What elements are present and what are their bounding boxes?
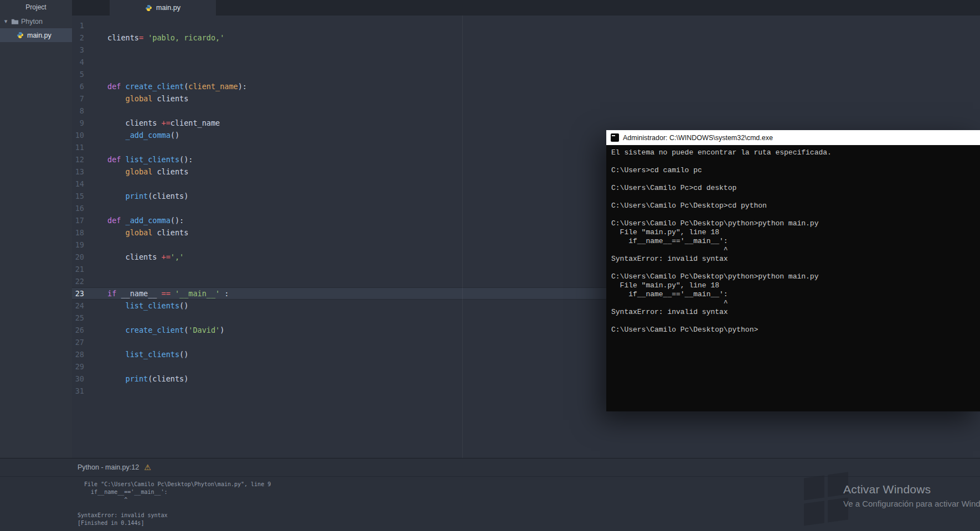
code-line-4[interactable]: 4: [72, 56, 980, 68]
sidebar-item-file-mainpy[interactable]: main.py: [0, 28, 72, 42]
line-number: 24: [72, 300, 107, 312]
terminal-line: ^: [611, 299, 975, 308]
line-number: 4: [72, 56, 107, 68]
file-label: main.py: [27, 32, 51, 39]
tab-label: main.py: [156, 4, 180, 12]
activate-windows-subtitle: Ve a Configuración para activar Windo: [843, 499, 980, 508]
cmd-window: Administrador: C:\WINDOWS\system32\cmd.e…: [606, 130, 980, 411]
terminal-line: ^: [611, 246, 975, 255]
line-number: 17: [72, 214, 107, 226]
code-line-text: def create_client(client_name):: [107, 80, 980, 92]
terminal-line: C:\Users>cd camilo pc: [611, 166, 975, 175]
line-number: 12: [72, 153, 107, 166]
line-number: 3: [72, 44, 107, 56]
cmd-titlebar[interactable]: Administrador: C:\WINDOWS\system32\cmd.e…: [606, 130, 980, 145]
code-line-text: [107, 68, 980, 80]
line-number: 22: [72, 275, 107, 287]
terminal-line: [611, 157, 975, 166]
code-line-8[interactable]: 8: [72, 105, 980, 117]
activate-windows-title: Activar Windows: [843, 483, 931, 496]
line-number: 2: [72, 32, 107, 44]
line-number: 26: [72, 324, 107, 336]
tab-bar: main.py: [72, 0, 980, 16]
terminal-line: SyntaxError: invalid syntax: [611, 308, 975, 317]
line-number: 25: [72, 312, 107, 324]
code-line-text: clients= 'pablo, ricardo,': [107, 32, 980, 44]
line-number: 8: [72, 105, 107, 117]
editor-window: Project ▾ Phyton main.py: [0, 0, 980, 531]
line-number: 13: [72, 166, 107, 178]
terminal-line: File "main.py", line 18: [611, 228, 975, 237]
code-line-text: clients +=client_name: [107, 117, 980, 129]
terminal-line: SyntaxError: invalid syntax: [611, 255, 975, 264]
code-line-9[interactable]: 9 clients +=client_name: [72, 117, 980, 129]
line-number: 27: [72, 336, 107, 348]
code-line-5[interactable]: 5: [72, 68, 980, 80]
code-line-text: [107, 105, 980, 117]
terminal-line: [611, 264, 975, 272]
line-number: 7: [72, 92, 107, 105]
line-number: 15: [72, 190, 107, 202]
terminal-line: C:\Users\Camilo Pc\Desktop\python>python…: [611, 272, 975, 281]
terminal-line: [611, 210, 975, 219]
code-line-text: [107, 44, 980, 56]
line-number: 9: [72, 117, 107, 129]
terminal-line: El sistema no puede encontrar la ruta es…: [611, 148, 975, 157]
line-number: 23: [72, 287, 107, 300]
code-line-1[interactable]: 1: [72, 19, 980, 32]
line-number: 21: [72, 263, 107, 275]
folder-icon: [11, 18, 19, 25]
build-status-text: Python - main.py:12: [78, 463, 139, 471]
line-number: 14: [72, 178, 107, 190]
sidebar: Project ▾ Phyton main.py: [0, 0, 72, 458]
terminal-line: [611, 193, 975, 202]
line-number: 29: [72, 360, 107, 373]
line-number: 20: [72, 251, 107, 263]
line-number: 5: [72, 68, 107, 80]
line-number: 10: [72, 129, 107, 141]
chevron-down-icon[interactable]: ▾: [3, 18, 9, 25]
code-line-3[interactable]: 3: [72, 44, 980, 56]
code-line-text: global clients: [107, 92, 980, 105]
code-line-7[interactable]: 7 global clients: [72, 92, 980, 105]
line-number: 11: [72, 141, 107, 153]
cmd-terminal-output[interactable]: El sistema no puede encontrar la ruta es…: [606, 145, 980, 411]
line-number: 28: [72, 348, 107, 360]
code-line-text: [107, 19, 980, 32]
line-number: 6: [72, 80, 107, 92]
line-number: 31: [72, 385, 107, 397]
terminal-line: C:\Users\Camilo Pc\Desktop>cd python: [611, 202, 975, 210]
line-number: 30: [72, 373, 107, 385]
terminal-line: [611, 317, 975, 326]
code-line-text: [107, 56, 980, 68]
code-line-2[interactable]: 2clients= 'pablo, ricardo,': [72, 32, 980, 44]
terminal-line: if__name__=='__main__':: [611, 237, 975, 246]
line-number: 19: [72, 239, 107, 251]
code-line-6[interactable]: 6def create_client(client_name):: [72, 80, 980, 92]
sidebar-item-folder-phyton[interactable]: ▾ Phyton: [0, 14, 72, 28]
line-number: 18: [72, 226, 107, 239]
warning-icon: ⚠: [144, 463, 151, 471]
terminal-line: [611, 175, 975, 184]
folder-label: Phyton: [21, 18, 43, 25]
build-output-line: [Finished in 0.144s]: [78, 519, 980, 527]
terminal-line: if__name__=='__main__':: [611, 290, 975, 299]
terminal-line: C:\Users\Camilo Pc>cd desktop: [611, 184, 975, 193]
terminal-line: C:\Users\Camilo Pc\Desktop\python>: [611, 326, 975, 334]
terminal-line: File "main.py", line 18: [611, 281, 975, 290]
line-number: 16: [72, 202, 107, 214]
python-file-icon: [17, 32, 24, 39]
sidebar-header: Project: [0, 0, 72, 14]
windows-logo-watermark: [804, 472, 848, 525]
python-file-icon: [145, 4, 152, 12]
line-number: 1: [72, 19, 107, 32]
tab-mainpy[interactable]: main.py: [110, 0, 216, 16]
cmd-title-text: Administrador: C:\WINDOWS\system32\cmd.e…: [623, 134, 773, 142]
cmd-icon[interactable]: [611, 133, 619, 142]
terminal-line: C:\Users\Camilo Pc\Desktop\python>python…: [611, 219, 975, 228]
column-ruler: [462, 16, 463, 458]
